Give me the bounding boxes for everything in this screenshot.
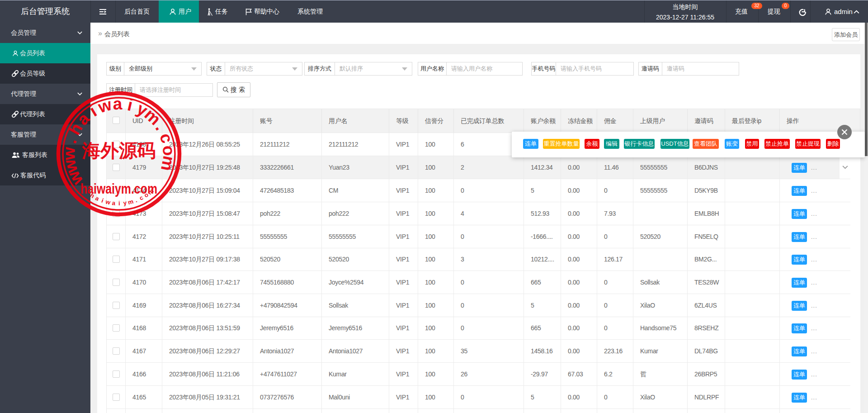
svg-text:i: i xyxy=(118,200,120,207)
svg-text:海外源码: 海外源码 xyxy=(82,140,156,161)
svg-text:haiwaiym.com: haiwaiym.com xyxy=(80,181,157,197)
svg-text:m: m xyxy=(127,198,134,206)
svg-text:w: w xyxy=(104,198,111,206)
svg-text:a: a xyxy=(112,199,116,207)
svg-text:i: i xyxy=(101,197,105,204)
svg-text:.: . xyxy=(134,197,138,204)
svg-text:m: m xyxy=(157,154,179,172)
svg-text:y: y xyxy=(123,199,127,207)
svg-text:w: w xyxy=(60,147,78,161)
svg-text:a: a xyxy=(113,95,123,114)
